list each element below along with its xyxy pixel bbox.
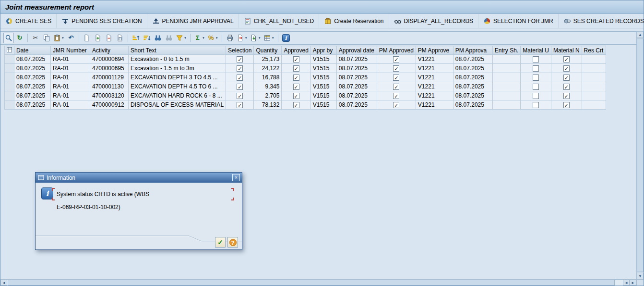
pm-approved-checkbox[interactable]: ✓ bbox=[393, 75, 399, 81]
col-header-short-text[interactable]: Short Text bbox=[129, 46, 226, 55]
cell-entry-sh[interactable] bbox=[492, 100, 520, 110]
cell-quantity[interactable]: 78,132 bbox=[254, 100, 282, 110]
row-selector[interactable] bbox=[5, 82, 14, 91]
cell-pm-approva[interactable]: 08.07.2025 bbox=[453, 82, 492, 91]
vertical-scroll-thumb[interactable] bbox=[637, 38, 644, 272]
row-selector[interactable] bbox=[5, 64, 14, 73]
material-n-checkbox[interactable]: ✓ bbox=[563, 75, 570, 81]
cell-jmr-number[interactable]: RA-01 bbox=[51, 64, 90, 73]
pm-approved-checkbox[interactable]: ✓ bbox=[393, 84, 399, 90]
cell-appr-by[interactable]: V1515 bbox=[310, 73, 336, 82]
col-header-activity[interactable]: Activity bbox=[90, 46, 129, 55]
subtotal-button[interactable]: % ▼ bbox=[206, 33, 219, 43]
pm-approved-checkbox[interactable]: ✓ bbox=[393, 56, 399, 62]
help-button[interactable]: ? bbox=[227, 237, 238, 248]
scroll-right-arrow[interactable]: ► bbox=[630, 280, 636, 286]
col-header-approved[interactable]: Approved bbox=[282, 46, 310, 55]
print-button[interactable] bbox=[225, 33, 235, 43]
create-ses-button[interactable]: CREATE SES bbox=[0, 14, 57, 28]
cell-short-text[interactable]: Excavation - 1.5 m to 3m bbox=[129, 64, 226, 73]
cell-short-text[interactable]: DISPOSAL OF EXCESS MATERIAL bbox=[129, 100, 226, 110]
row-selector[interactable] bbox=[5, 55, 14, 64]
cell-pm-approve[interactable]: V1221 bbox=[416, 55, 453, 64]
table-row[interactable]: 08.07.2025 RA-01 4700001129 EXCAVATION D… bbox=[5, 73, 606, 82]
cell-activity[interactable]: 4700001129 bbox=[90, 73, 129, 82]
cell-pm-approve[interactable]: V1221 bbox=[416, 73, 453, 82]
cell-jmr-number[interactable]: RA-01 bbox=[51, 73, 90, 82]
vertical-scrollbar[interactable]: ▲ ▼ bbox=[636, 31, 644, 279]
cell-quantity[interactable]: 24,122 bbox=[254, 64, 282, 73]
selection-checkbox[interactable]: ✓ bbox=[237, 93, 243, 99]
sort-descending-button[interactable] bbox=[142, 33, 152, 43]
cell-pm-approve[interactable]: V1221 bbox=[416, 64, 453, 73]
export-button[interactable]: ▼ bbox=[236, 33, 249, 43]
table-row[interactable]: 08.07.2025 RA-01 4700001130 EXCAVATION D… bbox=[5, 82, 606, 91]
scroll-left-arrow-secondary[interactable]: ◄ bbox=[623, 280, 630, 286]
select-all-header[interactable] bbox=[5, 46, 14, 55]
cell-pm-approva[interactable]: 08.07.2025 bbox=[453, 100, 492, 110]
cell-activity[interactable]: 4700003120 bbox=[90, 91, 129, 100]
cell-jmr-number[interactable]: RA-01 bbox=[51, 100, 90, 110]
undo-button[interactable]: ↶ bbox=[66, 33, 76, 43]
sort-ascending-button[interactable] bbox=[131, 33, 141, 43]
ses-created-records-button[interactable]: SES CREATED RECORDS bbox=[559, 14, 644, 28]
selection-checkbox[interactable]: ✓ bbox=[237, 84, 243, 90]
material-u-checkbox[interactable] bbox=[533, 84, 539, 90]
cell-appr-by[interactable]: V1515 bbox=[310, 91, 336, 100]
approved-checkbox[interactable]: ✓ bbox=[293, 84, 299, 90]
create-reservation-button[interactable]: Create Reservation bbox=[319, 14, 389, 28]
local-file-button[interactable]: ▼ bbox=[249, 33, 262, 43]
cell-entry-sh[interactable] bbox=[492, 55, 520, 64]
cell-approval-date[interactable]: 08.07.2025 bbox=[336, 82, 377, 91]
cell-approval-date[interactable]: 08.07.2025 bbox=[336, 91, 377, 100]
total-button[interactable]: Σ ▼ bbox=[193, 33, 206, 43]
layout-button[interactable]: ▼ bbox=[262, 33, 275, 43]
cell-entry-sh[interactable] bbox=[492, 64, 520, 73]
cell-short-text[interactable]: EXCAVATION DEPTH 4.5 TO 6 ... bbox=[129, 82, 226, 91]
col-header-selection[interactable]: Selection bbox=[226, 46, 254, 55]
approved-checkbox[interactable]: ✓ bbox=[293, 102, 299, 108]
table-row[interactable]: 08.07.2025 RA-01 4700000695 Excavation -… bbox=[5, 64, 606, 73]
cell-approval-date[interactable]: 08.07.2025 bbox=[336, 64, 377, 73]
cell-res-crt[interactable] bbox=[582, 55, 606, 64]
cell-approval-date[interactable]: 08.07.2025 bbox=[336, 55, 377, 64]
cell-quantity[interactable]: 2,705 bbox=[254, 91, 282, 100]
cell-res-crt[interactable] bbox=[582, 82, 606, 91]
cell-approval-date[interactable]: 08.07.2025 bbox=[336, 100, 377, 110]
material-u-checkbox[interactable] bbox=[533, 56, 539, 62]
cell-date[interactable]: 08.07.2025 bbox=[14, 55, 51, 64]
cell-entry-sh[interactable] bbox=[492, 91, 520, 100]
material-u-checkbox[interactable] bbox=[533, 75, 539, 81]
cell-quantity[interactable]: 16,788 bbox=[254, 73, 282, 82]
cell-pm-approva[interactable]: 08.07.2025 bbox=[453, 73, 492, 82]
insert-row-button[interactable] bbox=[93, 33, 103, 43]
selection-checkbox[interactable]: ✓ bbox=[237, 65, 243, 72]
row-selector[interactable] bbox=[5, 100, 14, 110]
cell-date[interactable]: 08.07.2025 bbox=[14, 64, 51, 73]
col-header-pm-approved[interactable]: PM Approved bbox=[377, 46, 416, 55]
horizontal-scroll-thumb[interactable] bbox=[8, 280, 615, 286]
filter-button[interactable]: ▼ bbox=[175, 33, 188, 43]
col-header-date[interactable]: Date bbox=[14, 46, 51, 55]
cell-pm-approve[interactable]: V1221 bbox=[416, 91, 453, 100]
details-button[interactable] bbox=[3, 33, 14, 43]
cell-jmr-number[interactable]: RA-01 bbox=[51, 55, 90, 64]
approved-checkbox[interactable]: ✓ bbox=[293, 75, 299, 81]
selection-for-jmr-button[interactable]: SELECTION FOR JMR bbox=[478, 14, 559, 28]
selection-checkbox[interactable]: ✓ bbox=[237, 56, 243, 62]
cell-pm-approve[interactable]: V1221 bbox=[416, 100, 453, 110]
table-row[interactable]: 08.07.2025 RA-01 4700000694 Excavation -… bbox=[5, 55, 606, 64]
cell-jmr-number[interactable]: RA-01 bbox=[51, 91, 90, 100]
col-header-pm-approve[interactable]: PM Approve bbox=[416, 46, 453, 55]
chk-all-not-used-button[interactable]: CHK_ALL_NOT_USED bbox=[239, 14, 319, 28]
cell-activity[interactable]: 4700000694 bbox=[90, 55, 129, 64]
dialog-title-bar[interactable]: Information × bbox=[36, 173, 242, 183]
cell-appr-by[interactable]: V1515 bbox=[310, 100, 336, 110]
duplicate-row-button[interactable] bbox=[115, 33, 125, 43]
cell-res-crt[interactable] bbox=[582, 73, 606, 82]
delete-row-button[interactable] bbox=[104, 33, 114, 43]
cell-pm-approva[interactable]: 08.07.2025 bbox=[453, 64, 492, 73]
cell-pm-approva[interactable]: 08.07.2025 bbox=[453, 91, 492, 100]
cell-quantity[interactable]: 9,345 bbox=[254, 82, 282, 91]
cell-activity[interactable]: 4700001130 bbox=[90, 82, 129, 91]
